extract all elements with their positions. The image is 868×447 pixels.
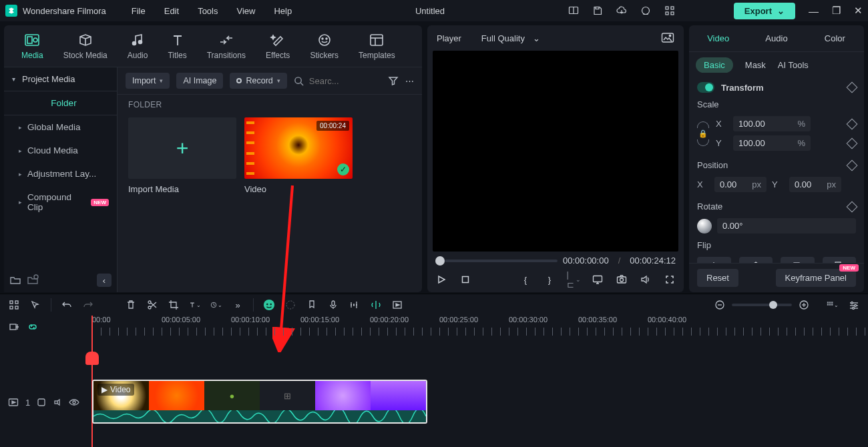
lock-icon[interactable]: 🔒 bbox=[698, 129, 708, 138]
keyframe-diamond-icon[interactable] bbox=[847, 82, 858, 93]
text-icon[interactable]: ⌄ bbox=[189, 299, 201, 311]
preview-scrubber[interactable] bbox=[435, 256, 558, 266]
mark-out-icon[interactable]: } bbox=[544, 274, 556, 286]
more-tools-icon[interactable]: » bbox=[232, 299, 244, 311]
screen-layout-icon[interactable] bbox=[568, 5, 579, 16]
volume-icon[interactable] bbox=[640, 274, 652, 286]
cloud-download-icon[interactable] bbox=[616, 5, 627, 16]
zoom-out-icon[interactable] bbox=[714, 300, 725, 310]
flip-vertical-button[interactable] bbox=[739, 257, 773, 263]
tab-templates[interactable]: Templates bbox=[359, 32, 395, 60]
timeline-clip[interactable]: ▶Video ●⊞ bbox=[92, 380, 427, 424]
track-visibility-icon[interactable] bbox=[69, 398, 79, 406]
insp-tab-audio[interactable]: Audio bbox=[747, 25, 805, 51]
support-icon[interactable] bbox=[640, 5, 651, 16]
track-link-icon[interactable] bbox=[37, 398, 46, 407]
color-wheel-icon[interactable] bbox=[284, 299, 296, 311]
crop-icon[interactable] bbox=[168, 299, 180, 311]
timeline-ruler[interactable]: 00:00 00:00:05:00 00:00:10:00 00:00:15:0… bbox=[92, 316, 868, 338]
track-header[interactable]: 1 bbox=[0, 378, 92, 426]
tab-stock-media[interactable]: Stock Media bbox=[63, 32, 107, 60]
preview-quality-select[interactable]: Full Quality⌄ bbox=[481, 33, 540, 43]
filter-icon[interactable] bbox=[388, 75, 399, 86]
preview-viewport[interactable] bbox=[433, 51, 678, 252]
capture-icon[interactable] bbox=[616, 274, 628, 286]
keyframe-diamond-icon[interactable] bbox=[847, 137, 858, 149]
selection-mode-icon[interactable] bbox=[8, 299, 20, 311]
apps-icon[interactable] bbox=[664, 5, 675, 16]
render-icon[interactable] bbox=[391, 299, 403, 311]
tab-audio[interactable]: Audio bbox=[128, 32, 148, 60]
new-bin-icon[interactable] bbox=[27, 274, 39, 286]
window-minimize[interactable]: — bbox=[809, 5, 819, 17]
subtab-mask[interactable]: Mask bbox=[745, 60, 766, 70]
insp-tab-color[interactable]: Color bbox=[806, 25, 864, 51]
zoom-in-icon[interactable] bbox=[799, 300, 809, 310]
save-icon[interactable] bbox=[592, 5, 603, 16]
subtab-ai-tools[interactable]: AI Tools bbox=[778, 60, 809, 70]
insp-tab-video[interactable]: Video bbox=[689, 25, 747, 51]
window-maximize[interactable]: ❐ bbox=[832, 5, 841, 17]
mark-in-icon[interactable]: { bbox=[519, 274, 531, 286]
window-close[interactable]: ✕ bbox=[854, 5, 863, 17]
snapshot-icon[interactable] bbox=[661, 32, 674, 44]
ai-avatar-icon[interactable] bbox=[263, 299, 275, 311]
track-mute-icon[interactable] bbox=[53, 398, 62, 407]
keyframe-tool-icon[interactable] bbox=[370, 299, 382, 311]
stop-button[interactable] bbox=[459, 274, 471, 286]
import-media-tile[interactable]: + Import Media bbox=[128, 117, 236, 194]
more-icon[interactable]: ⋯ bbox=[405, 76, 414, 86]
tree-global-media[interactable]: ▸Global Media bbox=[4, 115, 117, 139]
timeline-settings-icon[interactable] bbox=[848, 299, 860, 311]
paste-props-button[interactable] bbox=[823, 257, 857, 263]
keyframe-diamond-icon[interactable] bbox=[847, 159, 858, 171]
play-button[interactable] bbox=[435, 274, 447, 286]
menu-view[interactable]: View bbox=[236, 6, 255, 16]
import-button[interactable]: Import▾ bbox=[126, 73, 170, 89]
position-x-input[interactable]: 0.00px bbox=[714, 177, 767, 192]
cursor-icon[interactable] bbox=[29, 299, 41, 311]
reset-button[interactable]: Reset bbox=[697, 269, 738, 287]
clip-edit-icon[interactable]: |⊏⌄ bbox=[568, 274, 580, 286]
preview-mode-label[interactable]: Player bbox=[437, 33, 461, 43]
menu-tools[interactable]: Tools bbox=[198, 6, 218, 16]
tree-adjustment-layer[interactable]: ▸Adjustment Lay... bbox=[4, 162, 117, 185]
tab-stickers[interactable]: Stickers bbox=[310, 32, 339, 60]
new-folder-icon[interactable] bbox=[9, 274, 21, 286]
transform-toggle[interactable] bbox=[697, 82, 714, 93]
voiceover-icon[interactable] bbox=[327, 299, 339, 311]
track-view-icon[interactable]: ⌄ bbox=[827, 299, 839, 311]
fullscreen-icon[interactable] bbox=[664, 274, 676, 286]
speed-icon[interactable]: ⌄ bbox=[210, 299, 222, 311]
ai-image-button[interactable]: AI Image bbox=[176, 73, 223, 89]
keyframe-diamond-icon[interactable] bbox=[847, 118, 858, 129]
rotate-knob[interactable] bbox=[697, 219, 712, 234]
delete-icon[interactable] bbox=[125, 299, 137, 311]
menu-edit[interactable]: Edit bbox=[164, 6, 179, 16]
scale-y-input[interactable]: 100.00% bbox=[733, 135, 811, 151]
add-track-icon[interactable] bbox=[8, 321, 20, 333]
marker-icon[interactable] bbox=[306, 299, 318, 311]
menu-help[interactable]: Help bbox=[274, 6, 292, 16]
keyframe-panel-button[interactable]: Keyframe Panel NEW bbox=[776, 269, 857, 287]
tree-folder[interactable]: Folder bbox=[4, 91, 117, 115]
tree-compound-clip[interactable]: ▸Compound ClipNEW bbox=[4, 185, 117, 219]
tab-media[interactable]: Media bbox=[21, 32, 43, 60]
undo-icon[interactable] bbox=[61, 299, 73, 311]
video-clip-tile[interactable]: 00:00:24 ✓ Video bbox=[244, 117, 353, 194]
flip-horizontal-button[interactable] bbox=[697, 257, 731, 263]
keyframe-diamond-icon[interactable] bbox=[847, 201, 858, 212]
rotate-input[interactable]: 0.00° bbox=[717, 218, 856, 234]
zoom-slider[interactable] bbox=[732, 304, 792, 306]
collapse-sidebar-icon[interactable]: ‹ bbox=[97, 274, 112, 287]
tab-effects[interactable]: Effects bbox=[266, 32, 290, 60]
tab-transitions[interactable]: Transitions bbox=[207, 32, 246, 60]
scale-x-input[interactable]: 100.00% bbox=[733, 116, 811, 131]
record-button[interactable]: Record▾ bbox=[230, 73, 286, 89]
copy-props-button[interactable] bbox=[781, 257, 815, 263]
menu-file[interactable]: File bbox=[132, 6, 146, 16]
subtab-basic[interactable]: Basic bbox=[696, 57, 733, 73]
redo-icon[interactable] bbox=[82, 299, 94, 311]
link-track-icon[interactable] bbox=[27, 321, 39, 333]
search-input[interactable] bbox=[309, 76, 357, 86]
